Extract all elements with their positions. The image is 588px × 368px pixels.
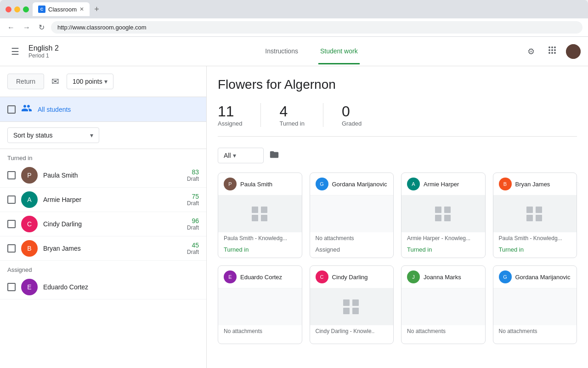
svg-point-1 bbox=[551, 46, 553, 48]
settings-button[interactable]: ⚙ bbox=[524, 43, 538, 60]
card-filename: No attachments bbox=[218, 325, 302, 337]
card-filename: Cindy Darling - Knowle.. bbox=[310, 325, 394, 337]
forward-button[interactable]: → bbox=[21, 22, 32, 34]
student-checkbox[interactable] bbox=[7, 244, 16, 253]
sort-dropdown[interactable]: Sort by status bbox=[7, 127, 99, 143]
card-student-name: Gordana Marijanovic bbox=[515, 274, 571, 281]
student-card[interactable]: P Paula Smith Paula Smith - Knowledg... … bbox=[218, 172, 302, 258]
assigned-section-label: Assigned bbox=[0, 261, 206, 275]
card-thumbnail bbox=[401, 196, 485, 232]
card-header: B Bryan James bbox=[493, 173, 577, 196]
student-checkbox[interactable] bbox=[7, 171, 16, 179]
avatar: E bbox=[21, 279, 38, 295]
mail-icon[interactable]: ✉ bbox=[51, 76, 59, 87]
address-bar[interactable]: http://www.classroom.google.com bbox=[51, 21, 582, 34]
student-row[interactable]: A Armie Harper 75 Draft bbox=[0, 188, 206, 212]
svg-point-4 bbox=[551, 49, 553, 51]
app-title: English 2 bbox=[28, 44, 59, 52]
svg-point-7 bbox=[551, 52, 553, 54]
tab-student-work[interactable]: Student work bbox=[318, 47, 360, 64]
card-student-name: Joanna Marks bbox=[424, 274, 461, 281]
folder-icon[interactable] bbox=[269, 150, 279, 162]
all-students-row[interactable]: All students bbox=[0, 97, 206, 122]
card-status bbox=[310, 337, 394, 344]
svg-point-8 bbox=[554, 52, 556, 54]
maximize-dot[interactable] bbox=[23, 6, 29, 12]
avatar: P bbox=[21, 167, 38, 184]
student-card[interactable]: B Bryan James Paula Smith - Knowledg... … bbox=[493, 172, 577, 258]
app-logo: English 2 Period 1 bbox=[28, 44, 59, 59]
turned-in-section-label: Turned in bbox=[0, 149, 206, 163]
stat-assigned: 11 Assigned bbox=[218, 103, 261, 127]
new-tab-button[interactable]: + bbox=[92, 5, 101, 14]
card-thumbnail bbox=[310, 288, 394, 325]
stat-turned-in: 4 Turned in bbox=[279, 103, 323, 127]
card-avatar: G bbox=[499, 270, 512, 283]
card-avatar: G bbox=[316, 178, 328, 190]
minimize-dot[interactable] bbox=[14, 6, 20, 12]
avatar[interactable] bbox=[566, 44, 581, 59]
card-student-name: Gordana Marijanovic bbox=[332, 181, 387, 188]
student-card[interactable]: A Armie Harper Armie Harper - Knowleg...… bbox=[401, 172, 486, 258]
student-card[interactable]: G Gordana Marijanovic No attachments bbox=[493, 265, 577, 344]
student-row[interactable]: C Cindy Darling 96 Draft bbox=[0, 212, 206, 236]
filter-row: All bbox=[218, 148, 577, 163]
header-right: ⚙ bbox=[524, 42, 581, 61]
card-header: C Cindy Darling bbox=[310, 266, 394, 288]
student-checkbox[interactable] bbox=[7, 220, 16, 228]
back-button[interactable]: ← bbox=[6, 22, 17, 34]
svg-point-6 bbox=[548, 52, 550, 54]
student-row[interactable]: E Eduardo Cortez bbox=[0, 275, 206, 299]
tab-close-icon[interactable]: ✕ bbox=[79, 6, 84, 12]
card-status: Assigned bbox=[310, 244, 394, 258]
tab-instructions[interactable]: Instructions bbox=[263, 47, 300, 64]
browser-dots bbox=[6, 6, 29, 12]
browser-nav: ← → ↻ http://www.classroom.google.com bbox=[0, 18, 588, 37]
card-status bbox=[218, 337, 302, 344]
student-card[interactable]: C Cindy Darling Cindy Darling - Knowle.. bbox=[310, 265, 394, 344]
card-thumbnail bbox=[493, 196, 577, 232]
student-grade: 45 Draft bbox=[187, 242, 199, 255]
stats-row: 11 Assigned 4 Turned in 0 Graded bbox=[218, 103, 577, 137]
student-card[interactable]: J Joanna Marks No attachments bbox=[401, 265, 486, 344]
student-checkbox[interactable] bbox=[7, 196, 16, 204]
student-checkbox[interactable] bbox=[7, 283, 16, 291]
sidebar: Return ✉ 100 points All students S bbox=[0, 66, 207, 368]
card-student-name: Bryan James bbox=[515, 181, 550, 188]
apps-button[interactable] bbox=[544, 42, 560, 61]
student-row[interactable]: P Paula Smith 83 Draft bbox=[0, 163, 206, 188]
close-dot[interactable] bbox=[6, 6, 11, 12]
student-row[interactable]: B Bryan James 45 Draft bbox=[0, 236, 206, 261]
student-name: Eduardo Cortez bbox=[43, 283, 193, 291]
card-header: A Armie Harper bbox=[401, 173, 485, 196]
student-name: Armie Harper bbox=[43, 196, 181, 203]
card-header: J Joanna Marks bbox=[401, 266, 485, 288]
menu-button[interactable]: ☰ bbox=[7, 42, 23, 61]
card-avatar: J bbox=[407, 270, 420, 283]
points-dropdown[interactable]: 100 points bbox=[67, 74, 113, 89]
card-header: E Eduardo Cortez bbox=[218, 266, 302, 288]
sidebar-top: Return ✉ 100 points bbox=[0, 66, 206, 97]
filter-dropdown[interactable]: All bbox=[218, 148, 264, 163]
avatar: A bbox=[21, 191, 38, 208]
filter-chevron-icon bbox=[233, 152, 236, 159]
card-status bbox=[493, 337, 577, 344]
points-label: 100 points bbox=[73, 78, 102, 85]
student-card[interactable]: G Gordana Marijanovic No attachments Ass… bbox=[310, 172, 394, 258]
card-filename: Armie Harper - Knowleg... bbox=[401, 232, 485, 244]
svg-point-3 bbox=[548, 49, 550, 51]
card-avatar: A bbox=[407, 178, 420, 190]
app-container: ☰ English 2 Period 1 Instructions Studen… bbox=[0, 37, 588, 368]
cards-grid: P Paula Smith Paula Smith - Knowledg... … bbox=[218, 172, 577, 344]
reload-button[interactable]: ↻ bbox=[37, 21, 46, 34]
return-button[interactable]: Return bbox=[7, 74, 44, 89]
card-avatar: E bbox=[224, 270, 237, 283]
student-card[interactable]: E Eduardo Cortez No attachments bbox=[218, 265, 302, 344]
card-thumbnail bbox=[218, 288, 302, 325]
main-area: Return ✉ 100 points All students S bbox=[0, 66, 588, 368]
sort-label: Sort by status bbox=[13, 132, 53, 139]
classroom-tab[interactable]: C Classroom ✕ bbox=[33, 2, 90, 16]
card-header: P Paula Smith bbox=[218, 173, 302, 196]
all-students-label: All students bbox=[38, 106, 71, 113]
all-students-checkbox[interactable] bbox=[7, 105, 16, 114]
